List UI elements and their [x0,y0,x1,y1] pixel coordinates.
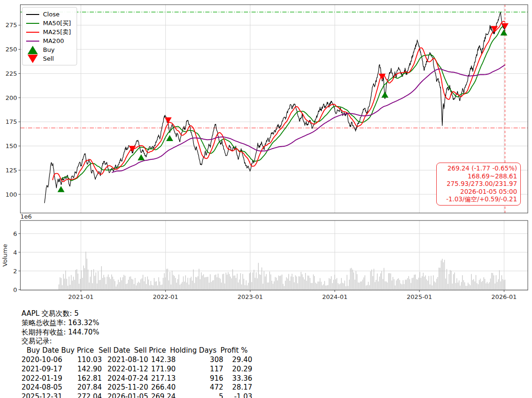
price-tick-label: 175 [6,118,17,125]
trade-cell: 142.90 [68,365,102,374]
line-sample-icon [26,32,39,33]
trade-col-header: Buy Date [27,346,59,355]
price-volume-chart: 10012515017520022525027502462021-012022-… [0,0,532,306]
annotation-ma-values: 275.93/273.00/231.97 [439,180,517,188]
price-tick-label: 100 [6,191,17,198]
trade-cell: 29.40 [224,355,252,365]
trade-cell: 217.13 [140,374,176,384]
trade-cell: -1.03 [224,392,252,398]
date-tick-label: 2021-01 [68,293,93,300]
legend-item-ma50: MA50[买] [26,19,73,28]
annotation-range: 168.69~288.61 [439,172,517,180]
price-tick-label: 200 [6,94,17,101]
annotation-price-change: 269.24 (-1.77 -0.65%) [439,164,517,172]
trade-cell: 207.84 [68,383,102,392]
trade-cell: 269.24 [140,392,176,398]
legend-marker-swatch [26,46,40,54]
gridlines [21,5,528,290]
trade-cell: 5 [184,392,223,398]
trade-row: 2022-01-19162.812024-07-24217.1391633.36 [0,374,532,384]
legend-label: MA25[卖] [43,28,71,36]
sell-triangle-icon [28,55,38,63]
trade-cell: 2020-10-06 [21,355,68,365]
legend-item-close: Close [26,10,73,19]
trade-table: 2020-10-06110.032021-08-10142.3830829.40… [0,355,532,398]
trade-row: 2021-09-17142.902022-01-12171.9011720.29 [0,365,532,374]
trade-cell: 2025-12-31 [21,392,68,398]
volume-tick-label: 4 [13,249,17,256]
trade-cell: 2021-09-17 [21,365,68,374]
legend-item-sell: Sell [26,54,73,63]
date-tick-label: 2026-01 [491,293,517,300]
buy-marker [382,92,389,98]
legend-line-swatch [26,23,40,24]
trade-cell: 308 [184,355,223,365]
trade-col-header: Buy Price [61,346,94,355]
trade-col-header: Holding Days [170,346,217,355]
date-tick-label: 2024-01 [322,293,348,300]
trade-cell: 916 [184,374,223,384]
trade-row: 2020-10-06110.032021-08-10142.3830829.40 [0,355,532,365]
stock-strategy-figure: { "legend": { "items": [ {"label": "Clos… [0,0,532,398]
ma25-line [53,21,505,182]
trade-cell: 162.81 [68,374,102,384]
summary-records-title: 交易记录: [21,337,532,346]
trade-cell: 2024-08-05 [21,383,68,392]
summary-strategy-return: 策略总收益率: 163.32% [21,319,532,328]
quote-annotation-box: 269.24 (-1.77 -0.65%) 168.69~288.61 275.… [436,163,521,206]
trade-col-header: Sell Price [134,346,166,355]
legend-line-swatch [26,41,40,42]
legend-marker-swatch [26,55,40,63]
buy-marker [500,29,507,36]
tick-labels: 10012515017520022525027502462021-012022-… [1,21,517,300]
trade-cell: 20.29 [224,365,252,374]
volume-tick-label: 0 [13,286,17,293]
date-tick-label: 2025-01 [407,293,432,300]
date-tick-label: 2023-01 [237,293,262,300]
price-tick-label: 150 [6,142,17,149]
line-sample-icon [26,14,39,15]
legend-label: Sell [43,55,54,62]
volume-pane-border [21,220,528,290]
trade-table-header: Buy DateBuy PriceSell DateSell PriceHold… [0,346,532,355]
annotation-datetime: 2026-01-05 05:00 [439,188,517,196]
price-tick-label: 125 [6,167,17,174]
price-tick-label: 225 [6,70,17,77]
buy-marker [166,135,173,141]
trade-cell: 28.17 [224,383,252,392]
trade-cell: 2022-01-19 [21,374,68,384]
volume-axis-label: Volume [1,244,8,266]
legend-line-swatch [26,32,40,33]
volume-scale-label: 1e6 [21,213,32,220]
buy-triangle-icon [28,46,38,54]
annotation-signal: -1.03/偏空/+0.59/-0.21 [439,195,517,203]
date-tick-label: 2022-01 [153,293,178,300]
price-tick-label: 275 [6,21,17,28]
buy-marker [138,154,145,160]
summary-buyhold-return: 长期持有收益: 144.70% [21,328,532,337]
trade-cell: 171.90 [140,365,176,374]
trade-row: 2025-12-31272.042026-01-05269.245-1.03 [0,392,532,398]
summary-trade-count: AAPL 交易次数: 5 [21,309,532,319]
trade-cell: 142.38 [140,355,176,365]
volume-tick-label: 6 [13,230,17,237]
price-tick-label: 250 [6,46,17,53]
legend-line-swatch [26,14,40,15]
legend-item-ma25: MA25[卖] [26,28,73,36]
trade-cell: 266.40 [140,383,176,392]
volume-tick-label: 2 [13,268,17,275]
trade-cell: 33.36 [224,374,252,384]
strategy-summary: AAPL 交易次数: 5 策略总收益率: 163.32% 长期持有收益: 144… [0,309,532,398]
line-sample-icon [26,41,39,42]
trade-row: 2024-08-05207.842025-11-20266.4047228.17 [0,383,532,392]
legend-label: MA200 [43,37,64,44]
trade-cell: 472 [184,383,223,392]
chart-legend: CloseMA50[买]MA25[卖]MA200BuySell [22,7,77,65]
volume-bars [58,252,505,290]
trade-col-header: Sell Date [99,346,130,355]
buy-marker [57,186,64,192]
ma50-line [61,26,505,180]
legend-label: Close [43,11,59,18]
trade-cell: 117 [184,365,223,374]
trade-col-header: Profit % [220,346,248,355]
